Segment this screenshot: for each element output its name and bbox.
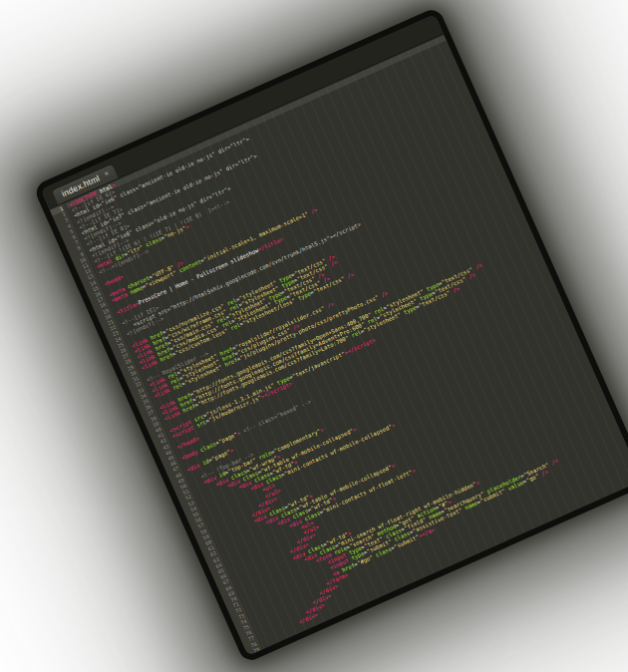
photo-backdrop: index.html × 123456789101112131415161718… [0, 0, 628, 672]
tab-close-icon[interactable]: × [103, 169, 111, 178]
code-editor-window: index.html × 123456789101112131415161718… [33, 6, 628, 664]
code-area[interactable]: <!DOCTYPE html><!--[if IE 6]><html id="i… [65, 34, 628, 649]
editor-content: 1234567891011121314151617181920212223242… [50, 34, 628, 656]
